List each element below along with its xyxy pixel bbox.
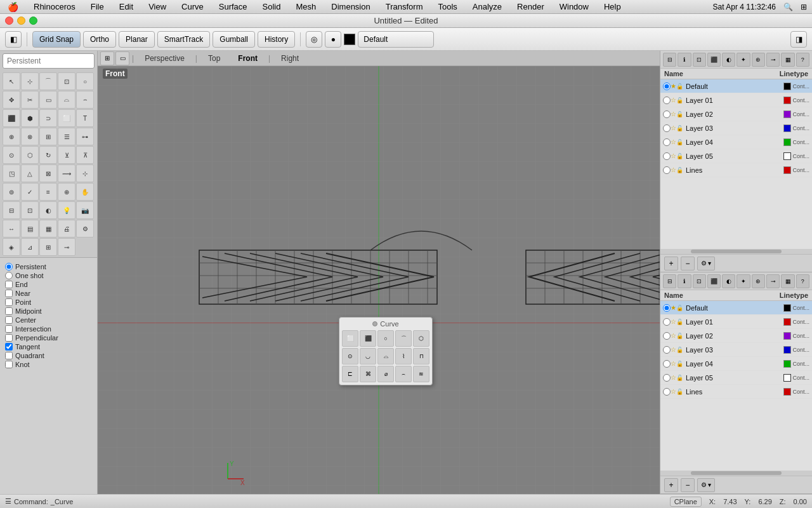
curve-popup-btn-12[interactable]: ⌀ bbox=[377, 366, 394, 382]
menu-curve[interactable]: Curve bbox=[179, 2, 206, 11]
ground-icon-b[interactable]: ⊸ bbox=[766, 274, 780, 288]
surface-tool[interactable]: ◳ bbox=[3, 164, 20, 182]
tab-right[interactable]: Right bbox=[273, 52, 307, 65]
gumball2-tool[interactable]: ⊞ bbox=[39, 128, 57, 145]
select-tool[interactable]: ↖ bbox=[3, 72, 20, 90]
toolbar-circle-icon[interactable]: ◎ bbox=[306, 31, 322, 48]
layer-settings-button-b[interactable]: ⚙ ▾ bbox=[697, 478, 715, 492]
misc4-tool[interactable]: ⊸ bbox=[58, 238, 75, 256]
history-button[interactable]: History bbox=[258, 31, 295, 48]
add-layer-button[interactable]: + bbox=[664, 257, 678, 271]
hatch-tool[interactable]: ▤ bbox=[21, 220, 39, 237]
layer-active-radio[interactable] bbox=[663, 360, 671, 368]
layer-color-swatch[interactable] bbox=[783, 346, 791, 354]
boolean-tool[interactable]: ⊙ bbox=[3, 146, 20, 164]
layers-icon-b[interactable]: ⊟ bbox=[663, 274, 676, 288]
print-tool[interactable]: 🖨 bbox=[58, 220, 75, 237]
layer-color-swatch[interactable] bbox=[783, 374, 791, 382]
detail-icon[interactable]: ▦ bbox=[781, 53, 794, 67]
add-layer-button-b[interactable]: + bbox=[664, 478, 678, 492]
rebuild-tool[interactable]: ⊡ bbox=[58, 72, 75, 90]
rect-tool[interactable]: ▭ bbox=[39, 91, 57, 109]
smart-track-button[interactable]: SmartTrack bbox=[157, 31, 211, 48]
light-tool[interactable]: 💡 bbox=[58, 201, 75, 219]
snap-checkbox-knot[interactable] bbox=[5, 361, 13, 368]
menu-render[interactable]: Render bbox=[514, 2, 547, 11]
objects-icon[interactable]: ⊡ bbox=[693, 53, 706, 67]
curve-popup-btn-2[interactable]: ○ bbox=[377, 330, 394, 347]
menu-grid-icon[interactable]: ⊞ bbox=[801, 3, 807, 11]
layer-active-radio[interactable] bbox=[663, 97, 671, 104]
menu-analyze[interactable]: Analyze bbox=[470, 2, 504, 11]
snap-checkbox-near[interactable] bbox=[5, 290, 13, 297]
help-icon-b[interactable]: ? bbox=[796, 274, 809, 288]
layer-row[interactable]: ☆🔓Layer 04Cont... bbox=[660, 357, 812, 371]
solid-tool[interactable]: ⬡ bbox=[21, 146, 39, 164]
layer-color-swatch[interactable] bbox=[783, 83, 791, 90]
menu-view[interactable]: View bbox=[146, 2, 169, 11]
close-button[interactable] bbox=[5, 17, 13, 25]
curve-popup-btn-5[interactable]: ⊙ bbox=[342, 348, 358, 364]
layer-color-swatch[interactable] bbox=[783, 124, 791, 132]
layer-lock-icon[interactable]: 🔓 bbox=[676, 153, 683, 159]
offset-tool[interactable]: ⊃ bbox=[39, 109, 57, 127]
layer-tool[interactable]: ⊟ bbox=[3, 201, 20, 219]
viewport-rect-icon[interactable]: ▭ bbox=[115, 51, 129, 65]
layer-lock-icon[interactable]: 🔓 bbox=[676, 167, 683, 173]
layers-icon[interactable]: ⊟ bbox=[663, 53, 676, 67]
layer-lock-icon[interactable]: 🔓 bbox=[676, 139, 683, 145]
layer-active-radio[interactable] bbox=[663, 152, 671, 160]
layer-row[interactable]: ☆🔓Layer 01Cont... bbox=[660, 315, 812, 329]
flow-tool[interactable]: ⟿ bbox=[58, 164, 75, 182]
layout-tool[interactable]: ▦ bbox=[39, 220, 57, 237]
menu-file[interactable]: File bbox=[88, 2, 107, 11]
one-shot-radio[interactable] bbox=[5, 272, 13, 279]
menu-mesh[interactable]: Mesh bbox=[294, 2, 319, 11]
env-icon[interactable]: ⊛ bbox=[752, 53, 765, 67]
layer-active-radio[interactable] bbox=[663, 304, 671, 312]
dim-tool[interactable]: ↔ bbox=[3, 220, 20, 237]
help-icon[interactable]: ? bbox=[796, 53, 809, 67]
properties-icon-b[interactable]: ℹ bbox=[678, 274, 691, 288]
history-tool[interactable]: ⊹ bbox=[76, 164, 94, 182]
lights-icon[interactable]: ✦ bbox=[737, 53, 750, 67]
menu-help[interactable]: Help bbox=[601, 2, 624, 11]
text-tool[interactable]: T bbox=[76, 109, 94, 127]
command-input[interactable] bbox=[3, 53, 95, 69]
layer-active-radio[interactable] bbox=[663, 388, 671, 396]
curve-popup-btn-13[interactable]: ⌢ bbox=[395, 366, 412, 382]
layer-row[interactable]: ☆🔓Layer 04Cont... bbox=[660, 135, 812, 149]
curve-popup-btn-14[interactable]: ≋ bbox=[413, 366, 429, 382]
layer-color-swatch[interactable] bbox=[783, 388, 791, 396]
layer-dropdown[interactable]: Default bbox=[358, 31, 434, 48]
sidebar-toggle-button[interactable]: ◧ bbox=[5, 31, 22, 48]
gumball-button[interactable]: Gumball bbox=[213, 31, 255, 48]
snap-checkbox-tangent[interactable] bbox=[5, 343, 13, 351]
layer-color-swatch[interactable] bbox=[783, 360, 791, 368]
mirror-tool[interactable]: ⊼ bbox=[76, 146, 94, 164]
curve-popup-btn-0[interactable]: ⬜ bbox=[342, 330, 358, 347]
layer-row[interactable]: ☆🔓Layer 05Cont... bbox=[660, 371, 812, 385]
curve-tool[interactable]: ⌒ bbox=[39, 72, 57, 90]
snap-checkbox-center[interactable] bbox=[5, 316, 13, 324]
snap-checkbox-midpoint[interactable] bbox=[5, 307, 13, 315]
remove-layer-button[interactable]: − bbox=[681, 257, 695, 271]
layer-row[interactable]: ☆🔓LinesCont... bbox=[660, 163, 812, 177]
snap-checkbox-quadrant[interactable] bbox=[5, 352, 13, 359]
layer-row[interactable]: ☆🔓Layer 05Cont... bbox=[660, 149, 812, 163]
extrude-tool[interactable]: ⬢ bbox=[21, 109, 39, 127]
layer-lock-icon[interactable]: 🔓 bbox=[676, 375, 683, 381]
layer-row[interactable]: ☆🔓Layer 03Cont... bbox=[660, 121, 812, 135]
script-tool[interactable]: ⚙ bbox=[76, 220, 94, 237]
zebra-tool[interactable]: ≡ bbox=[39, 183, 57, 201]
env-icon-b[interactable]: ⊛ bbox=[752, 274, 765, 288]
tab-front[interactable]: Front bbox=[230, 52, 266, 65]
snap-checkbox-point[interactable] bbox=[5, 298, 13, 306]
layer-color-swatch[interactable] bbox=[783, 318, 791, 326]
pan-tool[interactable]: ✋ bbox=[76, 183, 94, 201]
misc2-tool[interactable]: ⊿ bbox=[21, 238, 39, 256]
camera-tool[interactable]: 📷 bbox=[76, 201, 94, 219]
minimize-button[interactable] bbox=[17, 17, 25, 25]
snap-checkbox-intersection[interactable] bbox=[5, 325, 13, 333]
layer-color-swatch[interactable] bbox=[783, 97, 791, 104]
